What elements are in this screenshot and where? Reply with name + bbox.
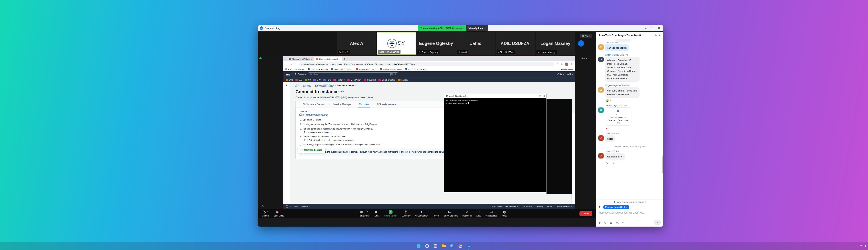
wifi-icon[interactable] <box>859 245 863 248</box>
reaction-chip[interactable]: ♥1 <box>606 127 661 130</box>
extensions-icon[interactable]: ❖ <box>561 63 563 66</box>
image-message[interactable]: Marked Safe FromEugene's SuperbowlToday <box>605 107 631 126</box>
connect-method-tab[interactable]: SSH client <box>355 101 373 107</box>
task-view-icon[interactable] <box>432 243 438 249</box>
summary-button[interactable]: Summary <box>399 210 413 217</box>
message-input[interactable]: Message AtlasTech Coaching's Zoom Me... <box>599 211 661 220</box>
instance-id-link[interactable]: i-048a4c0f7f98a5083 (VM1) <box>302 114 328 116</box>
participant-tile[interactable]: Logan Massey Logan Massey <box>536 32 575 55</box>
chat-more-icon[interactable]: ⋯ <box>650 34 653 37</box>
reload-icon[interactable]: ↻ <box>294 63 297 66</box>
privacy-link[interactable]: Privacy <box>537 206 543 208</box>
ai-companion-button[interactable]: AI Companion <box>413 210 430 217</box>
message-bubble[interactable]: can sum1 share.. i gotta takebrowns to s… <box>605 87 640 98</box>
sidebar-hamburger-icon[interactable]: ≡ <box>283 82 290 204</box>
unmute-button[interactable]: Unmute <box>260 210 272 217</box>
close-button[interactable]: ✕ <box>658 27 660 30</box>
connect-method-tab[interactable]: EC2 Instance Connect <box>299 101 329 107</box>
bookmark-star-icon[interactable]: ☆ <box>556 63 559 66</box>
breadcrumb-item[interactable]: i-048a4c0f7f98a5083 <box>315 84 334 86</box>
terms-link[interactable]: Terms <box>547 206 552 208</box>
bookmark-item[interactable]: Verizon_Router_Login <box>380 68 402 70</box>
search-icon[interactable] <box>424 243 430 249</box>
aws-favorite-item[interactable]: VPC <box>313 79 321 81</box>
bookmark-item[interactable]: E Young Eagles EAA S... <box>405 68 427 70</box>
maximize-button[interactable]: ▢ <box>539 95 541 97</box>
close-tab-icon[interactable]: ✕ <box>311 58 312 60</box>
privacy-hint[interactable]: 👤Who can see your messages? <box>599 201 661 203</box>
chevron-down-icon[interactable] <box>622 221 624 223</box>
browser-profile-avatar[interactable] <box>565 62 568 66</box>
browser-menu-icon[interactable]: ⋮ <box>570 63 573 66</box>
participant-tile[interactable]: ATLASTECH AtlasTech Coaching <box>377 32 416 55</box>
send-button[interactable]: ➤ <box>654 220 661 225</box>
browser-tab[interactable]: Chapter 9 - AWS.pdf ✕ <box>287 57 314 61</box>
minimize-button[interactable]: – <box>645 27 646 30</box>
aws-favorite-item[interactable]: CloudFormation <box>378 79 395 81</box>
aws-favorite-item[interactable]: IAM <box>296 79 302 81</box>
new-tab-button[interactable]: + <box>344 58 345 60</box>
forward-icon[interactable]: → <box>290 63 292 66</box>
message-bubble[interactable]: A Name - Domain to IPPTR - IP to DomainA… <box>605 57 640 82</box>
connect-method-tab[interactable]: EC2 serial console <box>373 101 400 107</box>
chat-scrollbar[interactable] <box>662 156 663 173</box>
aws-favorite-item[interactable]: RDS <box>323 79 331 81</box>
file-explorer-icon[interactable] <box>441 243 447 249</box>
view-layout-button[interactable]: ▦View <box>580 34 592 38</box>
chevron-up-icon[interactable] <box>367 211 369 213</box>
bookmark-item[interactable]: Flat Fee MLS Listing... <box>331 68 353 70</box>
bookmark-item[interactable]: AWS Linux Traning <box>285 68 305 70</box>
participant-tile[interactable]: Eugene Oglesby Eugene Oglesby <box>416 32 456 55</box>
participant-tile[interactable]: ADIL USUFZAI ADIL USUFZAI <box>496 32 535 55</box>
bookmark-item[interactable]: 5997_HOA_Account <box>308 68 328 70</box>
participant-tile[interactable]: Alex A Alex A <box>337 32 376 55</box>
info-link[interactable]: Info <box>340 90 344 93</box>
maximize-button[interactable]: ▢ <box>651 27 653 30</box>
chevron-up-icon[interactable] <box>280 211 282 213</box>
chat-button[interactable]: Chat <box>372 210 382 217</box>
add-reaction-icon[interactable]: ☺₊ <box>612 161 616 164</box>
region-selector[interactable]: Ohio <box>557 73 563 75</box>
annotate-pencil-icon[interactable]: ✎ <box>262 205 264 208</box>
leave-button[interactable]: Leave <box>580 211 592 216</box>
connect-method-tab[interactable]: Session Manager <box>329 101 355 107</box>
message-bubble[interactable]: got same error <box>605 153 625 160</box>
back-icon[interactable]: ← <box>285 63 288 66</box>
cloudshell-button[interactable]: >_CloudShell <box>286 206 298 208</box>
message-bubble[interactable]: gucci <box>605 135 615 142</box>
message-bubble[interactable]: can you repeat mx <box>605 44 629 51</box>
services-menu[interactable]: ⠿Services <box>292 73 306 75</box>
attach-file-icon[interactable]: 🗎 <box>610 221 613 224</box>
participant-tile[interactable]: Jahid Jahid <box>456 32 495 55</box>
chevron-up-icon[interactable] <box>378 211 380 213</box>
reaction-chip[interactable]: 2 <box>606 99 661 102</box>
aws-favorite-item[interactable]: EC2 <box>286 79 293 81</box>
apps-button[interactable]: Apps <box>474 210 483 217</box>
breadcrumb-item[interactable]: EC2 <box>296 84 299 86</box>
reactions-button[interactable]: Reactions <box>460 210 474 217</box>
whiteboards-button[interactable]: Whiteboards <box>483 210 499 217</box>
pop-out-icon[interactable]: ⧉ <box>655 34 656 37</box>
aws-favorite-item[interactable]: Lambda <box>398 79 408 81</box>
show-captions-button[interactable]: CC Show Captions <box>442 210 460 217</box>
feedback-link[interactable]: Feedback <box>301 206 310 208</box>
record-button[interactable]: Record <box>430 210 442 217</box>
encryption-shield-icon[interactable] <box>259 57 261 59</box>
participants-button[interactable]: 13 Participants <box>356 210 372 217</box>
aws-search-input[interactable]: 🔍︎ Search [Alt+S] <box>308 72 398 76</box>
chevron-up-icon[interactable] <box>267 211 269 213</box>
bookmark-item[interactable]: V Remove AdChoices... <box>356 68 377 70</box>
aws-favorite-item[interactable]: Route 53 <box>334 79 345 81</box>
format-icon[interactable]: T̷ <box>599 221 600 224</box>
tray-overflow-icon[interactable] <box>856 245 858 247</box>
browser-tab[interactable]: Connect to instance | EC2 | us-e ✕ <box>314 57 342 61</box>
close-button[interactable]: ✕ <box>544 95 545 97</box>
share-screen-button[interactable]: Share Screen <box>382 210 399 217</box>
aws-favorite-item[interactable]: CloudWatch <box>347 79 361 81</box>
zoom-app-icon[interactable]: zm <box>466 243 472 249</box>
screenshot-icon[interactable]: ⧉₊ <box>616 221 619 224</box>
chrome-icon[interactable] <box>458 243 463 249</box>
aws-favorite-item[interactable]: S3 <box>305 79 311 81</box>
site-settings-icon[interactable]: ⇅ <box>301 63 302 65</box>
edge-icon[interactable] <box>449 243 455 249</box>
